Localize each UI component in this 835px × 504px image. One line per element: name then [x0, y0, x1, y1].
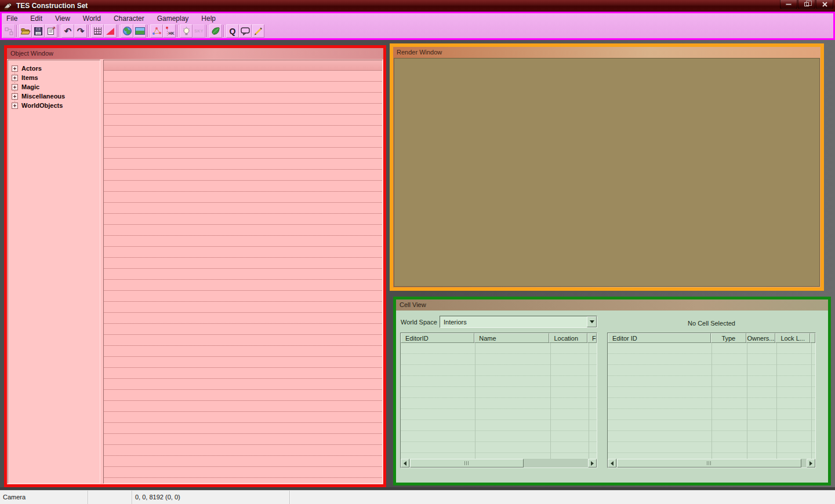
status-empty	[290, 491, 835, 504]
scrollbar-thumb[interactable]	[410, 459, 524, 468]
undo-icon[interactable]: ↶	[61, 24, 74, 38]
tree-item-actors[interactable]: Actors	[8, 64, 100, 73]
column-header-editor-id[interactable]: Editor ID	[608, 333, 711, 343]
expand-icon[interactable]	[12, 103, 18, 109]
menu-item-character[interactable]: Character	[107, 14, 151, 23]
expand-icon[interactable]	[12, 75, 18, 81]
scrollbar-thumb[interactable]	[617, 459, 801, 468]
horizontal-scrollbar[interactable]	[401, 459, 597, 468]
expand-icon[interactable]	[12, 65, 18, 72]
minimize-icon	[786, 3, 792, 5]
status-coordinates: 0, 0, 8192 (0, 0)	[132, 491, 290, 504]
dropdown-button[interactable]	[587, 316, 597, 327]
scroll-right-button[interactable]	[807, 459, 815, 468]
object-list	[103, 60, 383, 484]
preferences-icon[interactable]	[45, 24, 57, 38]
expand-icon[interactable]	[12, 84, 18, 90]
column-header-editorid[interactable]: EditorID	[401, 333, 474, 343]
column-header-f[interactable]: F	[587, 333, 597, 343]
scroll-left-button[interactable]	[608, 459, 616, 468]
snap-to-grid-icon[interactable]	[91, 24, 104, 38]
arrow-right-icon	[809, 461, 812, 466]
filtered-dialogue-icon[interactable]: Q	[226, 24, 239, 38]
world-testing-icon[interactable]	[121, 24, 133, 38]
status-empty	[88, 491, 132, 504]
cell-view-titlebar: Cell View	[396, 300, 828, 311]
cell-list-rows	[401, 343, 597, 459]
column-header-type[interactable]: Type	[711, 333, 746, 343]
toggle-sky-icon[interactable]: SKY	[193, 24, 205, 38]
no-cell-selected-label: No Cell Selected	[607, 320, 816, 327]
landscape-editing-icon[interactable]	[133, 24, 146, 38]
render-viewport[interactable]	[394, 58, 820, 287]
restore-button[interactable]	[798, 0, 815, 9]
menu-item-edit[interactable]: Edit	[24, 14, 49, 23]
version-control-icon[interactable]	[2, 24, 15, 38]
dialogue-icon[interactable]	[239, 24, 252, 38]
object-list-header[interactable]	[104, 60, 382, 71]
object-window-titlebar: Object Window	[7, 48, 383, 59]
scroll-left-button[interactable]	[401, 459, 409, 468]
expand-icon[interactable]	[12, 93, 18, 100]
tree-item-miscellaneous[interactable]: Miscellaneous	[8, 92, 100, 101]
close-button[interactable]	[816, 0, 833, 9]
arrow-left-icon	[404, 461, 406, 466]
havok-sim-icon[interactable]: HK	[163, 24, 176, 38]
column-header-location[interactable]: Location	[549, 333, 587, 343]
cell-list-table: EditorID Name Location F	[400, 333, 597, 468]
status-camera: Camera	[0, 491, 88, 504]
arrow-left-icon	[611, 461, 613, 466]
tree-item-worldobjects[interactable]: WorldObjects	[8, 101, 100, 110]
menu-toolbar-zone: File Edit View World Character Gameplay …	[0, 12, 835, 40]
menu-item-file[interactable]: File	[6, 14, 24, 23]
menu-item-world[interactable]: World	[77, 14, 107, 23]
object-window: Object Window Actors Items Magic Miscell…	[4, 45, 386, 487]
column-header-name[interactable]: Name	[474, 333, 549, 343]
toggle-trees-icon[interactable]	[209, 24, 222, 38]
menu-item-help[interactable]: Help	[195, 14, 222, 23]
toggle-lights-icon[interactable]	[180, 24, 193, 38]
object-list-rows	[104, 71, 382, 483]
cell-view: Cell View World Space Interiors No Cell …	[393, 297, 831, 485]
open-data-folder-icon[interactable]	[19, 24, 32, 38]
render-window-titlebar: Render Window	[393, 47, 821, 58]
restore-icon	[804, 2, 809, 6]
scroll-right-button[interactable]	[588, 459, 597, 468]
tree-item-items[interactable]: Items	[8, 73, 100, 82]
cell-content-rows	[608, 343, 815, 459]
tree-item-magic[interactable]: Magic	[8, 82, 100, 92]
world-space-value: Interiors	[440, 316, 587, 327]
minimize-button[interactable]	[780, 0, 797, 9]
menu-item-view[interactable]: View	[49, 14, 77, 23]
column-header-owners[interactable]: Owners...	[746, 333, 776, 343]
app-icon	[3, 2, 13, 10]
arrow-right-icon	[591, 461, 594, 466]
chevron-down-icon	[590, 320, 594, 323]
toolbar: ↶ ↷ HK SKY Q	[2, 24, 833, 38]
world-space-select[interactable]: Interiors	[440, 316, 597, 328]
cell-content-table: Editor ID Type Owners... Lock L...	[607, 333, 816, 468]
column-header-lock-level[interactable]: Lock L...	[775, 333, 810, 343]
horizontal-scrollbar[interactable]	[608, 459, 815, 468]
object-tree: Actors Items Magic Miscellaneous WorldOb…	[8, 60, 100, 484]
edit-script-pencil-icon[interactable]	[252, 24, 264, 38]
window-title: TES Construction Set	[16, 2, 88, 10]
render-window: Render Window	[390, 43, 824, 291]
menu-item-gameplay[interactable]: Gameplay	[151, 14, 195, 23]
status-bar: Camera 0, 0, 8192 (0, 0)	[0, 490, 835, 504]
title-bar: TES Construction Set	[0, 0, 835, 12]
path-grid-icon[interactable]	[150, 24, 163, 38]
snap-to-angle-icon[interactable]	[104, 24, 117, 38]
menu-bar: File Edit View World Character Gameplay …	[2, 13, 833, 24]
redo-icon[interactable]: ↷	[74, 24, 87, 38]
close-icon	[822, 2, 827, 7]
save-plugin-icon[interactable]	[32, 24, 45, 38]
world-space-label: World Space	[401, 319, 437, 326]
